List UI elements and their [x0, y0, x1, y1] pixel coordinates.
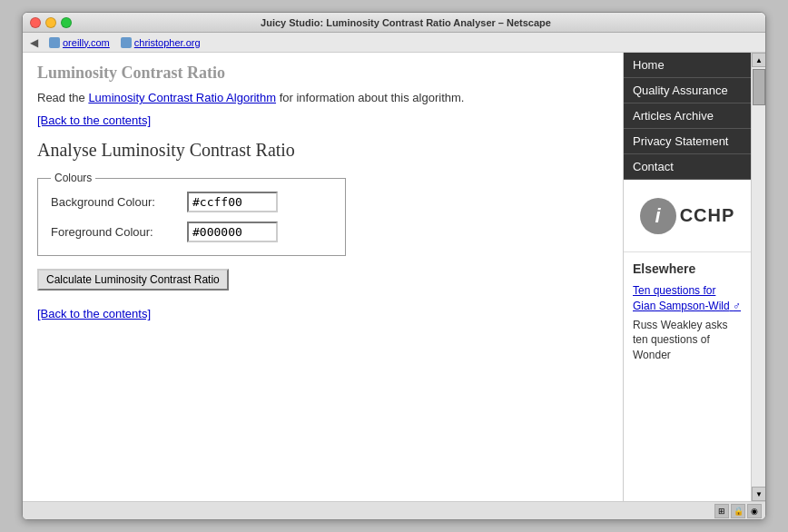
calculate-button[interactable]: Calculate Luminosity Contrast Ratio [37, 269, 229, 291]
logo-letter: i [655, 204, 661, 228]
intro-paragraph: Read the Luminosity Contrast Ratio Algor… [37, 90, 608, 106]
window-buttons [30, 17, 72, 28]
window-title: Juicy Studio: Luminosity Contrast Ratio … [81, 17, 731, 28]
page-title: Luminosity Contrast Ratio [37, 64, 608, 83]
main-content: Luminosity Contrast Ratio Read the Lumin… [23, 53, 624, 501]
status-bar: ⊞ 🔒 ◉ [23, 501, 765, 519]
sidebar: Home Quality Assurance Articles Archive … [624, 53, 751, 501]
background-row: Background Colour: [51, 192, 332, 212]
elsewhere-body: Russ Weakley asks ten questions of Wonde… [633, 318, 742, 363]
scroll-up-arrow[interactable]: ▲ [752, 53, 765, 67]
nav-item-qa[interactable]: Quality Assurance [624, 78, 751, 103]
logo-icon: i [640, 198, 676, 234]
nav-link-oreilly[interactable]: oreilly.com [49, 37, 110, 48]
section-title: Analyse Luminosity Contrast Ratio [37, 140, 608, 161]
title-bar: Juicy Studio: Luminosity Contrast Ratio … [23, 13, 765, 33]
scroll-down-arrow[interactable]: ▼ [752, 487, 765, 501]
status-icon-1: ⊞ [714, 504, 729, 518]
nav-item-home[interactable]: Home [624, 53, 751, 78]
elsewhere-title: Elsewhere [633, 261, 742, 276]
nav-item-contact[interactable]: Contact [624, 154, 751, 180]
status-icon-3: ◉ [747, 504, 762, 518]
status-icon-2: 🔒 [731, 504, 745, 518]
elsewhere-link-text: Ten questions for Gian Sampson-Wild [633, 284, 730, 312]
scroll-track[interactable] [752, 67, 765, 487]
nav-menu: Home Quality Assurance Articles Archive … [624, 53, 751, 180]
background-label: Background Colour: [51, 195, 187, 209]
back-arrow[interactable]: ◀ [30, 36, 38, 49]
scroll-thumb[interactable] [753, 69, 765, 105]
back-link-bottom[interactable]: [Back to the contents] [37, 307, 151, 320]
foreground-row: Foreground Colour: [51, 222, 332, 242]
algorithm-link[interactable]: Luminosity Contrast Ratio Algorithm [88, 91, 276, 104]
background-input[interactable] [187, 192, 278, 212]
back-link-top[interactable]: [Back to the contents] [37, 113, 151, 127]
fieldset-legend: Colours [51, 172, 95, 184]
minimize-button[interactable] [45, 17, 56, 28]
colours-fieldset: Colours Background Colour: Foreground Co… [37, 172, 346, 256]
content-area: Luminosity Contrast Ratio Read the Lumin… [23, 53, 765, 501]
nav-link-christopher[interactable]: christopher.org [121, 37, 201, 48]
nav-item-privacy[interactable]: Privacy Statement [624, 129, 751, 154]
gender-icon: ♂ [733, 300, 741, 312]
intro-before: Read the [37, 91, 88, 104]
close-button[interactable] [30, 17, 41, 28]
foreground-label: Foreground Colour: [51, 225, 187, 239]
scrollbar: ▲ ▼ [751, 53, 765, 501]
elsewhere-section: Elsewhere Ten questions for Gian Sampson… [624, 252, 751, 372]
intro-after: for information about this algorithm. [276, 91, 464, 104]
nav-bar: ◀ oreilly.com christopher.org [23, 33, 765, 53]
browser-window: Juicy Studio: Luminosity Contrast Ratio … [22, 12, 766, 520]
elsewhere-link[interactable]: Ten questions for Gian Sampson-Wild ♂ [633, 283, 742, 314]
logo-area: i CCHP [624, 180, 751, 252]
foreground-input[interactable] [187, 222, 278, 242]
logo-text: CCHP [680, 205, 735, 226]
nav-item-articles[interactable]: Articles Archive [624, 103, 751, 129]
maximize-button[interactable] [61, 17, 72, 28]
